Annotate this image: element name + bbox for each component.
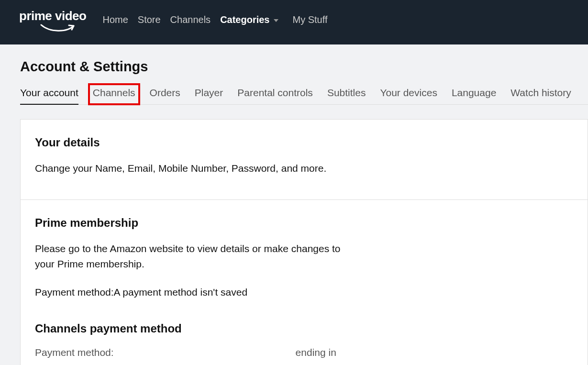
top-nav: prime video Home Store Channels Categori… [0, 0, 588, 44]
prime-video-logo[interactable]: prime video [19, 10, 86, 33]
tab-your-devices[interactable]: Your devices [380, 87, 437, 104]
tab-channels[interactable]: Channels [89, 84, 139, 104]
page-title: Account & Settings [20, 59, 588, 75]
logo-text: prime video [19, 10, 86, 22]
channels-payment-section: Channels payment method Payment method: … [35, 322, 573, 358]
tab-watch-history[interactable]: Watch history [510, 87, 571, 104]
card-your-details-title: Your details [35, 136, 573, 149]
card-membership-text: Please go to the Amazon website to view … [35, 241, 351, 272]
nav-mystuff[interactable]: My Stuff [293, 14, 328, 25]
nav-home[interactable]: Home [102, 14, 128, 25]
membership-payment-line: Payment method:A payment method isn't sa… [35, 285, 351, 300]
nav-categories-label: Categories [220, 14, 269, 25]
nav-store[interactable]: Store [138, 14, 161, 25]
card-membership: Prime membership Please go to the Amazon… [20, 199, 588, 365]
channels-payment-row: Payment method: ending in [35, 347, 573, 358]
card-membership-title: Prime membership [35, 216, 573, 230]
tab-your-account[interactable]: Your account [20, 87, 78, 104]
channels-payment-value: ending in [296, 347, 336, 358]
tab-subtitles[interactable]: Subtitles [327, 87, 366, 104]
card-your-details-text: Change your Name, Email, Mobile Number, … [35, 161, 351, 177]
settings-cards: Your details Change your Name, Email, Mo… [20, 119, 588, 365]
tab-parental-controls[interactable]: Parental controls [237, 87, 313, 104]
nav-categories[interactable]: Categories [220, 14, 278, 25]
chevron-down-icon [274, 19, 278, 22]
card-your-details[interactable]: Your details Change your Name, Email, Mo… [20, 119, 588, 199]
smile-icon [40, 23, 78, 33]
channels-payment-title: Channels payment method [35, 322, 573, 335]
channels-payment-label: Payment method: [35, 347, 114, 358]
nav-links: Home Store Channels Categories My Stuff [102, 10, 327, 25]
settings-tabs: Your account Channels Orders Player Pare… [20, 87, 588, 105]
tab-language[interactable]: Language [452, 87, 496, 104]
nav-channels[interactable]: Channels [170, 14, 211, 25]
tab-player[interactable]: Player [195, 87, 223, 104]
tab-orders[interactable]: Orders [150, 87, 180, 104]
page: Account & Settings Your account Channels… [0, 44, 588, 365]
